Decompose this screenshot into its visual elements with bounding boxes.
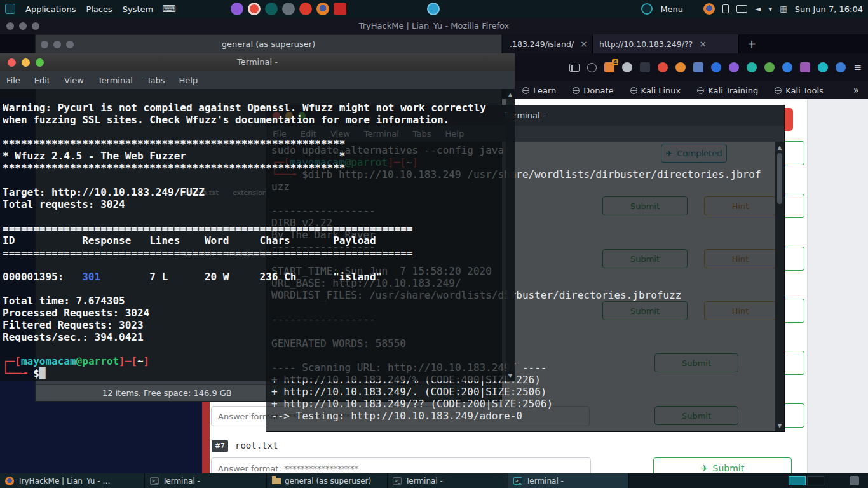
workspace-1[interactable] bbox=[789, 476, 806, 485]
extension-icon-10[interactable] bbox=[764, 62, 775, 72]
taskbar-item-terminal-2[interactable]: >_ Terminal - bbox=[388, 473, 508, 488]
app-launcher-5-icon[interactable] bbox=[299, 3, 312, 15]
extension-icon-6[interactable] bbox=[693, 62, 703, 72]
terminal-icon: >_ bbox=[393, 477, 402, 485]
extension-icon-3[interactable] bbox=[640, 62, 650, 72]
bookmark-learn[interactable]: Learn bbox=[522, 86, 556, 95]
system-menu[interactable]: System bbox=[123, 4, 153, 14]
app-launcher-4-icon[interactable] bbox=[282, 3, 295, 15]
scroll-up-icon[interactable]: ▲ bbox=[775, 144, 784, 151]
applications-menu[interactable]: Applications bbox=[25, 4, 76, 14]
page-gutter bbox=[807, 99, 868, 473]
extension-icon-12[interactable] bbox=[800, 62, 810, 72]
terminal-menubar: File Edit View Terminal Tabs Help bbox=[0, 71, 515, 89]
menu-button-label[interactable]: Menu bbox=[660, 4, 683, 14]
extension-icon-4[interactable] bbox=[658, 62, 668, 72]
bookmark-kali-tools[interactable]: Kali Tools bbox=[775, 86, 824, 95]
scrollbar[interactable]: ▲ ▼ bbox=[506, 89, 515, 381]
menu-file[interactable]: File bbox=[6, 76, 20, 85]
submit-button-edge[interactable] bbox=[785, 194, 804, 218]
extension-icon-13[interactable] bbox=[818, 62, 828, 72]
tab-close-icon[interactable]: × bbox=[699, 39, 707, 49]
extension-icon-7[interactable] bbox=[711, 62, 721, 72]
sidebar-icon[interactable] bbox=[569, 64, 580, 72]
app-launcher-7-icon[interactable] bbox=[334, 3, 346, 15]
bookmark-donate[interactable]: Donate bbox=[573, 86, 613, 95]
question-number-badge: #7 bbox=[212, 440, 228, 452]
panel-right-cluster: Menu ◄ ▾ ▦ Sun Jun 7, 16:04 bbox=[641, 3, 863, 15]
workspace-2[interactable] bbox=[807, 476, 824, 485]
submit-button-edge[interactable] bbox=[785, 247, 804, 271]
usb-icon[interactable] bbox=[722, 4, 729, 13]
keyboard-icon[interactable]: ⌨ bbox=[162, 3, 176, 15]
taskbar-item-file-manager[interactable]: general (as superuser) bbox=[267, 473, 388, 488]
terminal-titlebar: Terminal - bbox=[0, 53, 515, 71]
scroll-thumb[interactable] bbox=[777, 153, 782, 204]
taskbar-item-terminal-1[interactable]: >_ Terminal - bbox=[145, 473, 267, 488]
extension-icon-2[interactable] bbox=[622, 62, 632, 72]
input-method-icon[interactable]: ▦ bbox=[780, 4, 787, 13]
globe-icon bbox=[630, 87, 637, 94]
workspace-switcher bbox=[789, 473, 824, 488]
menu-button-icon[interactable] bbox=[641, 3, 653, 15]
bookmarks-overflow-icon[interactable]: » bbox=[853, 85, 859, 96]
scroll-down-icon[interactable]: ▼ bbox=[506, 372, 515, 379]
window-title: general (as superuser) bbox=[36, 35, 501, 54]
scrollbar[interactable]: ▲ ▼ bbox=[775, 142, 784, 431]
menu-help[interactable]: Help bbox=[179, 76, 198, 85]
app-launcher-1-icon[interactable] bbox=[231, 3, 243, 15]
places-menu[interactable]: Places bbox=[86, 4, 112, 14]
firefox-launcher-icon[interactable] bbox=[316, 3, 329, 15]
new-tab-button[interactable]: + bbox=[741, 34, 763, 53]
extension-icon-14[interactable] bbox=[836, 62, 846, 72]
app-launcher-2-icon[interactable] bbox=[248, 3, 261, 15]
bookmark-kali-training[interactable]: Kali Training bbox=[697, 86, 758, 95]
bottom-taskbar: TryHackMe | Lian_Yu - … >_ Terminal - ge… bbox=[0, 473, 868, 488]
submit-button-root[interactable]: ✈ Submit bbox=[653, 458, 792, 473]
question-text: root.txt bbox=[235, 440, 278, 451]
submit-button-edge[interactable] bbox=[785, 299, 804, 323]
taskbar-item-firefox[interactable]: TryHackMe | Lian_Yu - … bbox=[0, 473, 145, 488]
window-title: Terminal - bbox=[0, 53, 515, 71]
answer-input-root[interactable] bbox=[211, 458, 591, 473]
tab-close-icon[interactable]: × bbox=[580, 39, 588, 49]
terminal-icon: >_ bbox=[150, 477, 159, 485]
globe-icon bbox=[522, 87, 529, 94]
clock[interactable]: Sun Jun 7, 16:04 bbox=[795, 4, 863, 14]
menu-terminal[interactable]: Terminal bbox=[98, 76, 133, 85]
extension-icon-11[interactable] bbox=[782, 62, 792, 72]
browser-tab-current[interactable]: http://10.10.183.249/?? × bbox=[593, 34, 739, 53]
file-manager-titlebar: general (as superuser) bbox=[36, 35, 501, 54]
extension-icon-9[interactable] bbox=[747, 62, 757, 72]
app-launcher-3-icon[interactable] bbox=[265, 3, 278, 15]
extension-icon-8[interactable] bbox=[729, 62, 739, 72]
menu-view[interactable]: View bbox=[64, 76, 84, 85]
submit-button-edge[interactable] bbox=[785, 403, 804, 428]
globe-icon bbox=[775, 87, 782, 94]
window-title: TryHackMe | Lian_Yu - Mozilla Firefox bbox=[0, 18, 868, 34]
show-desktop-icon[interactable] bbox=[850, 476, 859, 485]
scroll-up-icon[interactable]: ▲ bbox=[506, 92, 515, 98]
submit-button-edge[interactable] bbox=[785, 351, 804, 375]
scroll-down-icon[interactable]: ▼ bbox=[775, 423, 784, 429]
submit-button-edge[interactable] bbox=[785, 141, 804, 165]
firefox-status-icon[interactable] bbox=[703, 3, 715, 15]
display-icon[interactable] bbox=[736, 5, 747, 13]
account-icon[interactable] bbox=[587, 63, 597, 72]
app-launchers bbox=[231, 3, 346, 15]
menu-edit[interactable]: Edit bbox=[34, 76, 50, 85]
hamburger-menu-icon[interactable]: ≡ bbox=[853, 62, 862, 72]
terminal-viewport[interactable]: Warning: Pycurl is not compiled against … bbox=[0, 89, 515, 381]
browser-tab-island[interactable]: .183.249/island/ × bbox=[503, 34, 593, 53]
taskbar-item-terminal-3[interactable]: >_ Terminal - bbox=[508, 473, 629, 488]
bookmark-kali-linux[interactable]: Kali Linux bbox=[630, 86, 681, 95]
volume-icon[interactable]: ◄ bbox=[755, 4, 761, 13]
menu-tabs[interactable]: Tabs bbox=[147, 76, 165, 85]
active-app-indicator-icon[interactable] bbox=[427, 3, 440, 15]
distro-menu-icon[interactable] bbox=[5, 4, 15, 14]
panel-caret-icon[interactable]: ▾ bbox=[768, 4, 772, 13]
screen: Desktop Trash Devices Filesyste… TryHack… bbox=[0, 0, 868, 488]
paper-plane-icon: ✈ bbox=[701, 463, 709, 473]
extension-icon-5[interactable] bbox=[675, 62, 686, 72]
extension-icon-1[interactable]: 4 bbox=[604, 62, 614, 72]
